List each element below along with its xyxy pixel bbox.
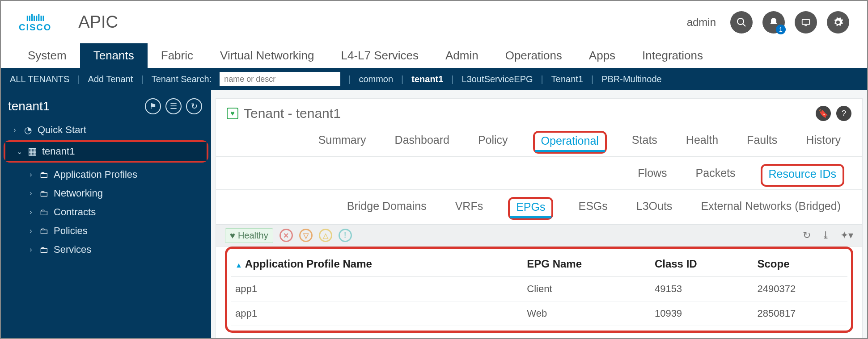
- header-left: ıılıılıı CISCO APIC: [19, 13, 118, 32]
- tab-esgs[interactable]: ESGs: [575, 197, 611, 220]
- tree-item-quick-start[interactable]: ›Quick Start: [1, 121, 211, 139]
- tenant-link-tenant1[interactable]: tenant1: [411, 74, 443, 84]
- nav-tab-admin[interactable]: Admin: [432, 43, 492, 68]
- nav-tab-operations[interactable]: Operations: [492, 43, 576, 68]
- sidebar-filter-icon[interactable]: ☰: [165, 98, 182, 114]
- tree-item-label: Contracts: [54, 206, 96, 218]
- tenant-link-pbr-multinode[interactable]: PBR-Multinode: [601, 74, 662, 84]
- chevron-icon: ›: [28, 171, 34, 179]
- nav-tab-system[interactable]: System: [14, 43, 80, 68]
- folder-icon: [38, 226, 49, 236]
- tabs-level2: FlowsPacketsResource IDs: [216, 157, 862, 190]
- tab-external-networks-bridged[interactable]: External Networks (Bridged): [697, 197, 844, 220]
- tenant-search-input[interactable]: [220, 72, 340, 86]
- tree-item-application-profiles[interactable]: ›Application Profiles: [1, 165, 211, 184]
- top-header: ıılıılıı CISCO APIC admin 1: [1, 1, 867, 43]
- tabs-level1: SummaryDashboardPolicyOperationalStatsHe…: [216, 124, 862, 157]
- tab-health[interactable]: Health: [682, 131, 722, 154]
- feedback-icon[interactable]: [795, 11, 817, 33]
- col-class-id[interactable]: Class ID: [650, 251, 753, 277]
- col-epg-name[interactable]: EPG Name: [522, 251, 650, 277]
- tab-policy[interactable]: Policy: [474, 131, 512, 154]
- chevron-icon: ⌄: [16, 147, 22, 156]
- nav-tab-integrations[interactable]: Integrations: [629, 43, 716, 68]
- tab-dashboard[interactable]: Dashboard: [391, 131, 453, 154]
- tab-history[interactable]: History: [802, 131, 844, 154]
- sidebar-flag-icon[interactable]: ⚑: [145, 98, 161, 114]
- toolbar-left: ♥ Healthy ✕ ▽ △ !: [225, 228, 352, 243]
- col-application-profile-name[interactable]: ▲Application Profile Name: [231, 251, 522, 277]
- tab-resource-ids[interactable]: Resource IDs: [761, 164, 844, 187]
- tab-summary[interactable]: Summary: [315, 131, 370, 154]
- cell-app: app1: [231, 301, 522, 326]
- table-toolbar: ♥ Healthy ✕ ▽ △ ! ↻ ⤓ ✦▾: [216, 224, 862, 247]
- user-label[interactable]: admin: [687, 16, 716, 29]
- tab-stats[interactable]: Stats: [628, 131, 661, 154]
- page-title-row: ♥ Tenant - tenant1 🔖 ?: [216, 99, 862, 124]
- tree-highlight: ⌄tenant1: [4, 140, 208, 163]
- nav-tab-l4-l7-services[interactable]: L4-L7 Services: [328, 43, 432, 68]
- notification-badge: 1: [776, 25, 786, 34]
- refresh-icon[interactable]: ↻: [803, 230, 811, 241]
- health-label: Healthy: [238, 230, 268, 241]
- tenant-quick-links: common|tenant1|L3outServiceEPG|Tenant1|P…: [359, 74, 661, 84]
- separator: |: [401, 74, 403, 84]
- tab-packets[interactable]: Packets: [692, 164, 739, 187]
- chevron-icon: ›: [28, 246, 34, 254]
- gear-icon[interactable]: [827, 11, 849, 33]
- nav-tab-virtual-networking[interactable]: Virtual Networking: [207, 43, 328, 68]
- tree-item-policies[interactable]: ›Policies: [1, 222, 211, 240]
- fault-major-icon[interactable]: ▽: [299, 229, 313, 242]
- bookmark-icon[interactable]: 🔖: [816, 106, 831, 121]
- nav-tab-fabric[interactable]: Fabric: [148, 43, 207, 68]
- all-tenants-link[interactable]: ALL TENANTS: [10, 74, 69, 84]
- bell-icon[interactable]: 1: [762, 11, 785, 33]
- tab-bridge-domains[interactable]: Bridge Domains: [343, 197, 430, 220]
- tab-epgs[interactable]: EPGs: [508, 197, 553, 220]
- tab-faults[interactable]: Faults: [743, 131, 781, 154]
- tab-operational[interactable]: Operational: [533, 131, 607, 154]
- sidebar-header: tenant1 ⚑ ☰ ↻: [1, 90, 211, 119]
- nav-tab-tenants[interactable]: Tenants: [80, 43, 148, 68]
- tools-icon[interactable]: ✦▾: [840, 230, 853, 241]
- table-row[interactable]: app1Web109392850817: [231, 301, 847, 326]
- folder-icon: [38, 170, 49, 180]
- tree-item-networking[interactable]: ›Networking: [1, 184, 211, 203]
- fault-warning-icon[interactable]: !: [339, 229, 352, 242]
- nav-tab-apps[interactable]: Apps: [576, 43, 629, 68]
- tree-item-tenant1[interactable]: ⌄tenant1: [5, 142, 207, 161]
- download-icon[interactable]: ⤓: [821, 230, 830, 241]
- sidebar-title: tenant1: [8, 99, 50, 113]
- svg-point-0: [737, 18, 744, 25]
- sidebar-refresh-icon[interactable]: ↻: [186, 98, 202, 114]
- primary-nav: SystemTenantsFabricVirtual NetworkingL4-…: [1, 43, 867, 68]
- tab-l3outs[interactable]: L3Outs: [633, 197, 676, 220]
- chevron-icon: ›: [28, 227, 34, 235]
- separator: |: [141, 74, 143, 84]
- help-icon[interactable]: ?: [836, 106, 851, 121]
- page-title: Tenant - tenant1: [244, 106, 341, 121]
- add-tenant-link[interactable]: Add Tenant: [88, 74, 133, 84]
- folder-icon: [38, 207, 49, 218]
- cell-scope: 2850817: [753, 301, 847, 326]
- table-row[interactable]: app1Client491532490372: [231, 277, 847, 301]
- tenant-link-l3outserviceepg[interactable]: L3outServiceEPG: [462, 74, 533, 84]
- chevron-icon: ›: [28, 208, 34, 216]
- tab-flows[interactable]: Flows: [634, 164, 670, 187]
- tree-item-services[interactable]: ›Services: [1, 240, 211, 259]
- epg-table: ▲Application Profile NameEPG NameClass I…: [231, 251, 847, 326]
- tree-item-contracts[interactable]: ›Contracts: [1, 203, 211, 222]
- tree-item-label: Networking: [54, 188, 103, 199]
- tenant-link-common[interactable]: common: [359, 74, 393, 84]
- tenant-link-tenant1[interactable]: Tenant1: [551, 74, 583, 84]
- fault-minor-icon[interactable]: △: [319, 229, 332, 242]
- cell-class_id: 10939: [650, 301, 753, 326]
- separator: |: [591, 74, 593, 84]
- secondary-bar: ALL TENANTS | Add Tenant | Tenant Search…: [1, 68, 867, 90]
- tab-vrfs[interactable]: VRFs: [452, 197, 487, 220]
- fault-critical-icon[interactable]: ✕: [279, 229, 293, 242]
- col-scope[interactable]: Scope: [753, 251, 847, 277]
- logo-text: CISCO: [19, 23, 51, 32]
- search-icon[interactable]: [730, 11, 753, 33]
- health-badge[interactable]: ♥ Healthy: [225, 228, 273, 243]
